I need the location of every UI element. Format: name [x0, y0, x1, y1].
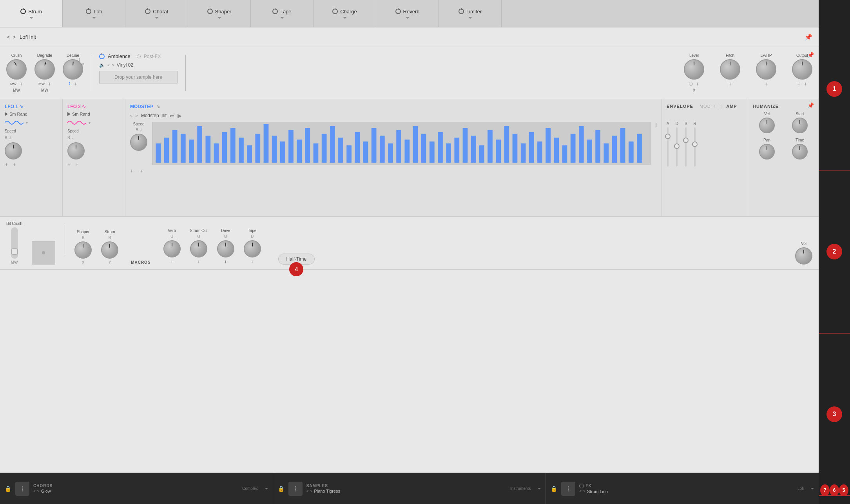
samples-chevron[interactable]	[538, 488, 541, 489]
lfo2-sm-rand[interactable]: Sm Rand	[67, 112, 120, 116]
nav-left-vinyl[interactable]: <	[107, 63, 110, 67]
fx-nav-left[interactable]: <	[579, 489, 582, 493]
tab-reverb[interactable]: Reverb	[376, 0, 439, 27]
preset-nav-right[interactable]: >	[12, 34, 16, 41]
pitch-knob[interactable]	[720, 59, 740, 80]
bit-crush-slider[interactable]	[11, 227, 18, 259]
detune-plus[interactable]: +	[74, 81, 77, 87]
output-plus-r[interactable]: +	[804, 81, 807, 87]
a-thumb[interactable]	[665, 134, 671, 139]
chevron-down-strum[interactable]	[29, 17, 33, 19]
chevron-down-lofi[interactable]	[92, 17, 96, 19]
pitch-plus[interactable]: +	[729, 81, 732, 87]
tab-lofi[interactable]: Lofi	[63, 0, 125, 27]
modstep-plus-r[interactable]: +	[140, 168, 143, 174]
level-knob[interactable]	[684, 59, 704, 80]
modstep-speed-knob[interactable]	[130, 134, 147, 151]
bit-crush-thumb[interactable]	[11, 248, 18, 255]
degrade-plus[interactable]: +	[48, 81, 51, 87]
tab-choral[interactable]: Choral	[125, 0, 188, 27]
chevron-down-shaper[interactable]	[217, 17, 221, 19]
samples-lock-icon[interactable]: 🔒	[278, 486, 285, 492]
fx-chevron[interactable]	[811, 488, 814, 489]
chords-chevron[interactable]	[265, 488, 268, 489]
lphp-knob[interactable]	[756, 59, 776, 80]
chords-nav-right[interactable]: >	[37, 489, 40, 493]
nav-right-vinyl[interactable]: >	[112, 63, 114, 67]
drive-knob[interactable]	[217, 240, 234, 257]
s-slider[interactable]	[685, 127, 687, 167]
lfo1-speed-knob[interactable]	[5, 142, 22, 160]
lfo1-plus-l[interactable]: +	[5, 162, 8, 167]
s-thumb[interactable]	[683, 138, 689, 143]
strum-oct-knob[interactable]	[190, 240, 207, 257]
strum-oct-plus[interactable]: +	[197, 259, 200, 265]
modstep-nav-left[interactable]: <	[130, 114, 132, 118]
lfo1-plus-r[interactable]: +	[13, 162, 16, 167]
circle-6[interactable]: 6	[830, 484, 839, 496]
tab-tape[interactable]: Tape	[251, 0, 314, 27]
tab-limiter[interactable]: Limiter	[439, 0, 502, 27]
shaper-knob[interactable]	[74, 241, 92, 259]
modstep-nav-right[interactable]: >	[136, 114, 138, 118]
lphp-plus[interactable]: +	[765, 81, 768, 87]
lfo2-speed-knob[interactable]	[67, 142, 85, 160]
vol-knob[interactable]	[795, 247, 812, 265]
drive-plus[interactable]: +	[224, 259, 227, 265]
samples-panel[interactable]: 🔒 ⁞ SAMPLES < > Piano Tigress Instrument…	[273, 473, 546, 504]
gray-pad-macro[interactable]	[32, 241, 55, 265]
preset-nav-left[interactable]: <	[6, 34, 11, 41]
tab-shaper[interactable]: Shaper	[188, 0, 251, 27]
samples-nav-right[interactable]: >	[310, 489, 313, 493]
fx-panel[interactable]: 🔒 ⁞ FX < > Strum Lion Lofi	[546, 473, 819, 504]
d-slider[interactable]	[676, 127, 678, 167]
swap-icon[interactable]: ⇌	[170, 112, 174, 119]
tab-charge[interactable]: Charge	[314, 0, 376, 27]
degrade-knob[interactable]	[34, 59, 55, 80]
tape-knob[interactable]	[244, 240, 261, 257]
crush-plus[interactable]: +	[20, 81, 23, 87]
level-plus[interactable]: +	[696, 81, 699, 87]
lofi-pin-icon[interactable]: 📌	[807, 52, 814, 58]
lfo2-plus-r[interactable]: +	[75, 162, 78, 167]
gray-pad[interactable]	[32, 241, 55, 265]
r-thumb[interactable]	[692, 141, 698, 147]
strum-knob[interactable]	[101, 241, 118, 259]
chevron-down-tape[interactable]	[280, 17, 284, 19]
lfo2-play-icon[interactable]	[67, 112, 71, 116]
modstep-play-icon[interactable]: ▶	[178, 112, 182, 119]
r-slider[interactable]	[694, 127, 696, 167]
tape-plus[interactable]: +	[251, 259, 254, 265]
lfo1-sm-rand[interactable]: Sm Rand	[5, 112, 58, 116]
output-plus-l[interactable]: +	[797, 81, 801, 87]
pin-icon[interactable]: 📌	[805, 33, 812, 41]
circle-2[interactable]: 2	[826, 244, 842, 259]
circle-3[interactable]: 3	[826, 406, 842, 422]
detune-knob[interactable]: | Ψ	[63, 59, 83, 80]
ambience-power[interactable]	[99, 54, 105, 59]
verb-knob[interactable]	[163, 240, 181, 257]
chords-panel[interactable]: 🔒 ⁞ CHORDS < > Glow Complex	[0, 473, 273, 504]
circle-1[interactable]: 1	[826, 81, 842, 97]
a-slider[interactable]	[667, 127, 669, 167]
lfo1-play-icon[interactable]	[5, 112, 8, 116]
output-knob[interactable]	[792, 59, 812, 80]
start-knob[interactable]	[792, 118, 808, 133]
circle-7[interactable]: 7	[820, 484, 830, 496]
tab-strum[interactable]: Strum	[0, 0, 63, 27]
chevron-down-charge[interactable]	[343, 17, 347, 19]
lfo2-wave-chevron[interactable]: ▾	[89, 121, 91, 125]
chevron-down-choral[interactable]	[155, 17, 159, 19]
fx-lock-icon[interactable]: 🔒	[551, 486, 557, 492]
sample-drop-zone[interactable]: Drop your sample here	[99, 71, 178, 83]
chords-lock-icon[interactable]: 🔒	[5, 486, 11, 492]
chevron-down-limiter[interactable]	[468, 17, 472, 19]
vel-knob[interactable]	[759, 118, 775, 133]
verb-plus[interactable]: +	[170, 259, 173, 265]
samples-nav-left[interactable]: <	[306, 489, 309, 493]
circle-5[interactable]: 5	[839, 484, 848, 496]
time-knob[interactable]	[792, 144, 808, 160]
lfo2-plus-l[interactable]: +	[67, 162, 71, 167]
d-thumb[interactable]	[674, 143, 680, 149]
chords-nav-left[interactable]: <	[33, 489, 36, 493]
